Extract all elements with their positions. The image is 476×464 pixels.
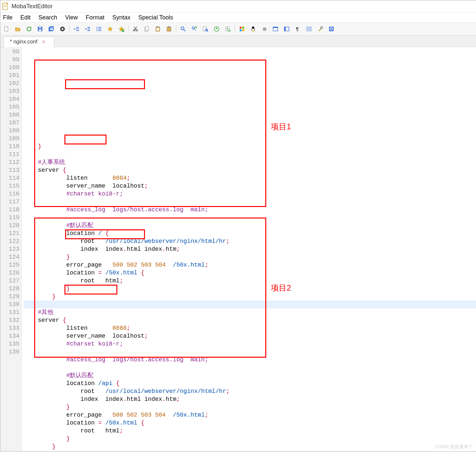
list-icon[interactable] — [94, 24, 104, 34]
code-line[interactable] — [24, 300, 476, 308]
code-line[interactable]: server_name localhost; — [24, 332, 476, 340]
code-line[interactable]: #默认匹配 — [24, 372, 476, 379]
code-line[interactable]: } — [24, 142, 476, 150]
pilcrow-icon[interactable]: ¶ — [293, 24, 303, 34]
code-line[interactable]: listen 8088; — [24, 324, 476, 332]
code-line[interactable]: server { — [24, 316, 476, 324]
indent-icon[interactable] — [83, 24, 93, 34]
menu-format[interactable]: Format — [86, 14, 105, 21]
toolbar: ¶ — [0, 23, 476, 36]
line-number: 121 — [0, 229, 19, 237]
line-number: 127 — [0, 277, 19, 285]
line-number: 109 — [0, 135, 19, 142]
menu-syntax[interactable]: Syntax — [112, 14, 131, 21]
find-in-files-icon[interactable] — [201, 24, 210, 34]
tux-icon[interactable] — [248, 24, 258, 34]
tab-close-icon[interactable]: ⊘ — [42, 39, 45, 44]
line-number: 131 — [0, 308, 19, 316]
find-icon[interactable] — [178, 24, 188, 34]
list-view-icon[interactable] — [304, 24, 314, 34]
code-line[interactable]: } — [24, 443, 476, 451]
code-line[interactable]: } — [24, 293, 476, 300]
reload-icon[interactable] — [24, 24, 34, 34]
download-icon[interactable] — [223, 24, 233, 34]
code-line[interactable]: #access_log logs/host.access.log main; — [24, 356, 476, 364]
code-content[interactable]: 项目1 项目2 } #人事系统 server { listen 8084; se… — [22, 47, 476, 451]
code-line[interactable]: index index.html index.htm; — [24, 245, 476, 253]
code-line[interactable]: root /usr/local/webserver/nginx/html/hr; — [24, 237, 476, 245]
code-line[interactable]: location /api { — [24, 379, 476, 387]
code-line[interactable]: #默认匹配 — [24, 221, 476, 229]
editor-area[interactable]: 9899100101102103104105106107108109110111… — [0, 47, 476, 451]
line-number: 123 — [0, 245, 19, 253]
code-line[interactable]: server { — [24, 166, 476, 174]
code-line[interactable]: root html; — [24, 427, 476, 435]
code-line[interactable]: error_page 500 502 503 504 /50x.html; — [24, 261, 476, 269]
code-line[interactable] — [24, 348, 476, 356]
code-line[interactable]: #人事系统 — [24, 158, 476, 166]
copy-icon[interactable] — [142, 24, 152, 34]
code-line[interactable]: server_name localhost; — [24, 182, 476, 190]
close-icon[interactable] — [58, 24, 67, 34]
open-file-icon[interactable] — [13, 24, 23, 34]
svg-point-20 — [97, 29, 98, 30]
code-line[interactable]: location = /50x.html { — [24, 419, 476, 427]
tab-nginx-conf[interactable]: * nginx.conf ⊘ — [4, 37, 54, 47]
find-replace-icon[interactable] — [189, 24, 199, 34]
code-line[interactable]: #charset koi8-r; — [24, 340, 476, 348]
code-line[interactable]: listen 8084; — [24, 174, 476, 182]
svg-rect-48 — [242, 29, 244, 31]
code-line[interactable]: #access_log logs/host.access.log main; — [24, 206, 476, 214]
svg-point-37 — [192, 27, 195, 29]
line-number-gutter: 9899100101102103104105106107108109110111… — [0, 47, 22, 451]
code-line[interactable]: } — [24, 285, 476, 293]
save-icon[interactable] — [35, 24, 45, 34]
svg-rect-33 — [167, 27, 171, 31]
code-line[interactable]: location = /50x.html { — [24, 269, 476, 277]
code-line[interactable]: error_page 500 502 503 504 /50x.html; — [24, 411, 476, 419]
goto-icon[interactable] — [212, 24, 222, 34]
svg-rect-32 — [156, 28, 159, 31]
outdent-icon[interactable] — [72, 24, 82, 34]
svg-rect-47 — [240, 29, 242, 31]
code-line[interactable]: } — [24, 253, 476, 261]
cut-icon[interactable] — [131, 24, 140, 34]
tools-icon[interactable] — [315, 24, 325, 34]
line-number: 128 — [0, 285, 19, 293]
menu-file[interactable]: File — [3, 14, 12, 21]
line-number: 102 — [0, 79, 19, 87]
code-line[interactable]: } — [24, 435, 476, 443]
menu-view[interactable]: View — [65, 14, 78, 21]
code-line[interactable] — [24, 364, 476, 372]
code-line[interactable]: root /usr/local/webserver/nginx/html/hr; — [24, 387, 476, 395]
line-number: 116 — [0, 190, 19, 198]
power-icon[interactable] — [326, 24, 336, 34]
line-number: 117 — [0, 198, 19, 206]
bookmark-add-icon[interactable] — [116, 24, 126, 34]
code-line[interactable]: } — [24, 403, 476, 411]
menu-search[interactable]: Search — [38, 14, 57, 21]
code-line[interactable]: #charset koi8-r; — [24, 190, 476, 198]
new-file-icon[interactable] — [2, 24, 12, 34]
editor-window: MobaTextEditor FileEditSearchViewFormatS… — [0, 0, 476, 451]
code-line[interactable] — [24, 198, 476, 206]
save-all-icon[interactable] — [46, 24, 56, 34]
menu-edit[interactable]: Edit — [20, 14, 31, 21]
app-icon — [2, 3, 9, 10]
code-line[interactable]: location / { — [24, 229, 476, 237]
code-line[interactable]: index index.html index.htm; — [24, 395, 476, 403]
toggle-sidebar-icon[interactable] — [282, 24, 292, 34]
code-line[interactable] — [24, 214, 476, 221]
apple-icon[interactable] — [259, 24, 269, 34]
svg-point-61 — [321, 27, 322, 29]
bookmark-icon[interactable] — [105, 24, 115, 34]
windows-icon[interactable] — [237, 24, 247, 34]
clipboard-icon[interactable] — [164, 24, 174, 34]
code-line[interactable]: root html; — [24, 277, 476, 285]
svg-point-21 — [97, 30, 98, 31]
code-line[interactable] — [24, 150, 476, 158]
paste-icon[interactable] — [153, 24, 163, 34]
menu-special-tools[interactable]: Special Tools — [138, 14, 173, 21]
toggle-panel-icon[interactable] — [271, 24, 280, 34]
code-line[interactable]: #其他 — [24, 308, 476, 316]
